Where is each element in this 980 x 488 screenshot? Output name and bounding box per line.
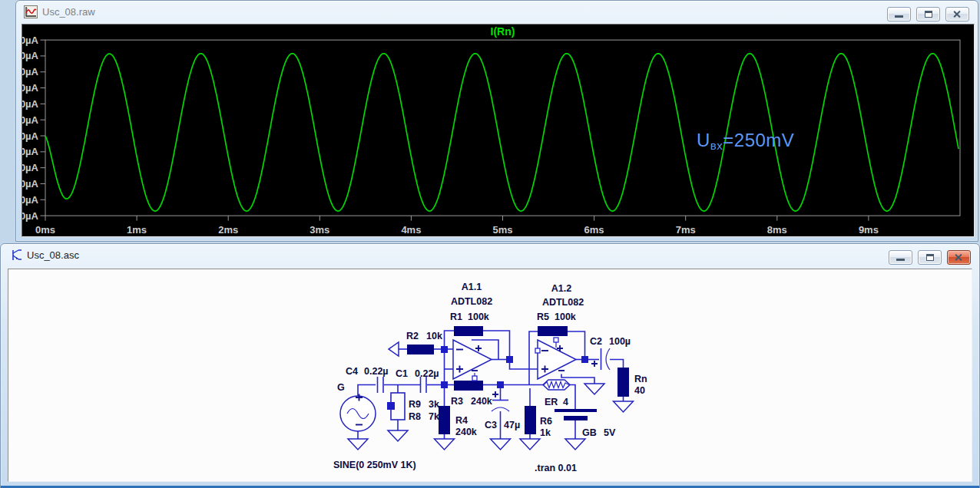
divider-r9-r8[interactable] (387, 393, 405, 420)
y-tick-label[interactable]: 20µA (22, 98, 39, 110)
schematic-label[interactable]: GB (582, 427, 597, 438)
y-tick-label[interactable]: -50µA (22, 210, 39, 222)
resistor-r3-body[interactable] (454, 381, 483, 391)
plot-axis-box[interactable] (45, 40, 960, 216)
unconnected-pin-marker (472, 376, 477, 381)
schematic-label[interactable]: R8 (409, 411, 421, 422)
schematic-canvas[interactable]: A1.1ADTL082A1.2ADTL082R1100kR5100kR210kC… (8, 269, 972, 482)
waveform-plot[interactable]: 60µA50µA40µA30µA20µA10µA0µA-10µA-20µA-30… (22, 25, 974, 236)
battery-gb[interactable] (555, 409, 597, 420)
restore-button[interactable] (916, 7, 940, 21)
schematic-label[interactable]: R9 (409, 399, 421, 410)
sine-source-g[interactable] (340, 394, 376, 432)
schematic-label[interactable]: 1k (540, 427, 551, 438)
schematic-label[interactable]: 7k (429, 411, 439, 422)
resistor-rn-body[interactable] (617, 368, 629, 397)
minimize-button[interactable] (887, 7, 911, 21)
waveform-plot-icon (24, 5, 38, 18)
restore-icon (925, 11, 932, 18)
minimize-icon (895, 15, 903, 18)
plot-pane[interactable]: 60µA50µA40µA30µA20µA10µA0µA-10µA-20µA-30… (22, 24, 975, 237)
minimize-button[interactable] (889, 250, 912, 265)
schematic-label[interactable]: R2 (406, 331, 419, 341)
schematic-label[interactable]: 3k (429, 399, 439, 410)
schematic-label[interactable]: ADTL082 (542, 297, 584, 308)
x-tick-label[interactable]: 2ms (218, 224, 238, 236)
trace-i-rn[interactable] (45, 54, 958, 211)
schematic-window: Usc_08.asc (0, 243, 980, 488)
schematic-drawing[interactable]: A1.1ADTL082A1.2ADTL082R1100kR5100kR210kC… (8, 269, 972, 481)
schematic-label[interactable]: R3 (451, 396, 463, 407)
x-tick-label[interactable]: 6ms (584, 224, 604, 236)
schematic-label[interactable]: .tran 0.01 (535, 463, 577, 473)
window-title: Usc_08.asc (27, 249, 79, 261)
schematic-label[interactable]: ER (545, 397, 558, 407)
resistor-r5-body[interactable] (538, 326, 568, 336)
x-tick-label[interactable]: 9ms (859, 224, 879, 236)
schematic-label[interactable]: Rn (634, 374, 647, 384)
x-tick-label[interactable]: 8ms (767, 224, 787, 236)
x-tick-label[interactable]: 7ms (676, 224, 696, 236)
x-tick-label[interactable]: 5ms (492, 224, 512, 236)
ground-icon (520, 439, 540, 450)
schematic-label[interactable]: 10k (426, 331, 442, 341)
opamp-a1-2[interactable] (535, 338, 576, 379)
schematic-label[interactable]: C1 (396, 368, 408, 379)
y-tick-label[interactable]: 50µA (22, 50, 39, 61)
plot-annotation[interactable]: Uвх=250mV (697, 130, 794, 152)
x-tick-label[interactable]: 0ms (35, 224, 55, 236)
x-tick-label[interactable]: 4ms (401, 224, 421, 236)
schematic-label[interactable]: R4 (455, 415, 468, 426)
y-tick-label[interactable]: 10µA (22, 114, 39, 126)
schematic-label[interactable]: 40 (634, 385, 645, 396)
close-button[interactable] (945, 7, 969, 21)
y-tick-label[interactable]: -40µA (22, 194, 39, 206)
y-tick-label[interactable]: 60µA (22, 35, 39, 46)
divider-tap-node[interactable] (387, 402, 395, 410)
lamp-er[interactable] (543, 380, 570, 390)
capacitor-c4[interactable] (378, 377, 384, 393)
opamp-a1-1[interactable] (453, 340, 492, 381)
schematic-label[interactable]: C3 (485, 420, 497, 430)
y-tick-label[interactable]: -20µA (22, 162, 39, 173)
schematic-label[interactable]: 240k (455, 427, 477, 437)
capacitor-c1[interactable] (421, 377, 427, 393)
trace-label[interactable]: I(Rn) (491, 25, 515, 38)
schematic-label[interactable]: R1 (450, 312, 462, 322)
waveform-window-titlebar[interactable]: Usc_08.raw (16, 1, 978, 23)
schematic-label[interactable]: C2 (590, 336, 602, 347)
schematic-label[interactable]: ADTL082 (451, 296, 492, 307)
schematic-label[interactable]: R5 (537, 312, 549, 322)
schematic-label[interactable]: 100k (555, 312, 576, 322)
y-tick-label[interactable]: -10µA (22, 146, 39, 157)
y-tick-label[interactable]: 30µA (22, 82, 39, 94)
x-tick-label[interactable]: 3ms (310, 224, 329, 236)
left-reference-arrow-icon (389, 342, 399, 356)
schematic-label[interactable]: 100k (468, 312, 489, 322)
close-button[interactable] (947, 250, 971, 265)
schematic-label[interactable]: R6 (540, 416, 552, 427)
resistor-r2-body[interactable] (407, 345, 434, 354)
resistor-r1-body[interactable] (454, 326, 483, 336)
schematic-window-titlebar[interactable]: Usc_08.asc (1, 244, 979, 266)
resistor-r4-body[interactable] (439, 406, 450, 434)
y-tick-label[interactable]: -30µA (22, 178, 39, 190)
ground-icon (565, 439, 585, 450)
schematic-label[interactable]: 0.22µ (415, 368, 439, 379)
schematic-label[interactable]: 47µ (504, 420, 520, 430)
schematic-label[interactable]: 5V (604, 427, 616, 438)
x-tick-label[interactable]: 1ms (127, 224, 147, 236)
schematic-label[interactable]: 0.22µ (364, 366, 389, 377)
restore-button[interactable] (918, 250, 942, 265)
y-tick-label[interactable]: 0µA (22, 130, 39, 142)
y-tick-label[interactable]: 40µA (22, 66, 39, 77)
schematic-label[interactable]: A1.1 (462, 282, 482, 292)
schematic-label[interactable]: 100µ (609, 336, 631, 347)
schematic-label[interactable]: 4 (563, 397, 568, 407)
schematic-label[interactable]: SINE(0 250mV 1K) (333, 460, 416, 470)
schematic-label[interactable]: A1.2 (551, 283, 571, 294)
schematic-label[interactable]: 240k (471, 396, 492, 407)
resistor-r6-body[interactable] (525, 406, 536, 434)
schematic-label[interactable]: C4 (346, 366, 358, 377)
schematic-label[interactable]: G (337, 382, 345, 393)
